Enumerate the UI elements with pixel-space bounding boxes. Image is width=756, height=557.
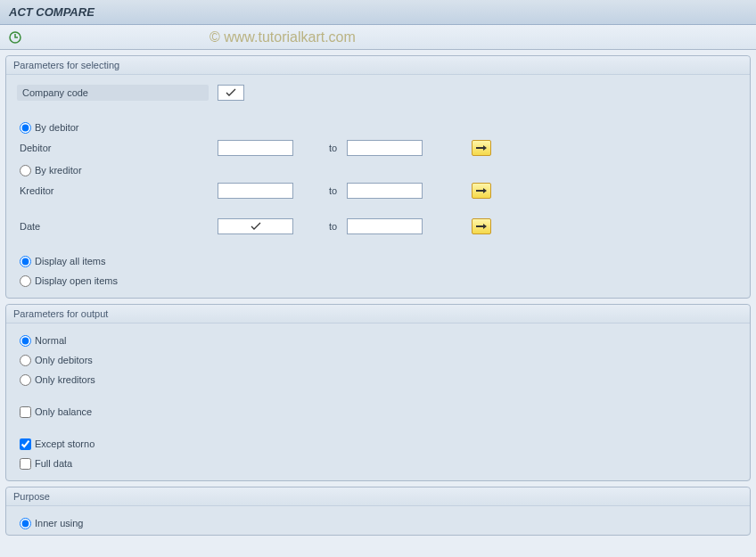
group-output: Parameters for output Normal Only debito… [5,304,751,481]
kreditor-more-button[interactable] [472,183,491,199]
except-storno-label[interactable]: Except storno [35,438,94,449]
normal-label[interactable]: Normal [35,335,66,346]
by-kreditor-radio[interactable] [20,165,31,176]
arrow-right-icon [476,144,487,152]
content-area: Parameters for selecting Company code By… [0,50,756,546]
kreditor-from-input[interactable] [218,183,293,199]
except-storno-checkbox[interactable] [20,438,31,450]
by-kreditor-label[interactable]: By kreditor [35,165,82,176]
only-debitors-label[interactable]: Only debitors [35,355,93,365]
debitor-more-button[interactable] [472,140,491,156]
kreditor-to-label: to [293,185,347,196]
required-check-icon [226,88,236,97]
execute-icon [9,31,21,44]
display-all-label[interactable]: Display all items [35,256,105,266]
company-code-field[interactable] [218,85,244,101]
debitor-to-input[interactable] [347,140,423,156]
group-purpose-title: Purpose [6,487,750,506]
company-code-label: Company code [17,85,209,101]
toolbar: © www.tutorialkart.com [0,25,756,50]
by-debitor-radio[interactable] [20,122,31,134]
group-output-title: Parameters for output [6,305,750,324]
inner-using-radio[interactable] [20,518,31,529]
full-data-checkbox[interactable] [20,458,31,470]
by-debitor-label[interactable]: By debitor [35,122,79,133]
arrow-right-icon [476,187,487,194]
display-all-radio[interactable] [20,256,31,267]
date-to-label: to [293,221,347,232]
date-from-input[interactable] [218,218,293,234]
display-open-label[interactable]: Display open items [35,275,118,286]
execute-button[interactable] [7,29,23,45]
kreditor-label: Kreditor [17,185,218,196]
group-selecting: Parameters for selecting Company code By… [5,55,751,299]
arrow-right-icon [476,223,487,230]
inner-using-label[interactable]: Inner using [35,518,83,528]
date-to-input[interactable] [347,218,423,234]
only-debitors-radio[interactable] [20,355,31,366]
full-data-label[interactable]: Full data [35,458,72,469]
debitor-from-input[interactable] [218,140,293,156]
only-balance-checkbox[interactable] [20,406,31,418]
watermark-text: © www.tutorialkart.com [210,29,356,45]
title-bar: ACT COMPARE [0,0,756,25]
debitor-label: Debitor [17,143,218,153]
group-selecting-title: Parameters for selecting [6,56,750,75]
normal-radio[interactable] [20,335,31,347]
only-kreditors-radio[interactable] [20,374,31,386]
date-label: Date [17,221,218,232]
page-title: ACT COMPARE [9,5,94,19]
only-kreditors-label[interactable]: Only kreditors [35,374,95,385]
debitor-to-label: to [293,143,347,153]
group-purpose: Purpose Inner using [5,487,751,536]
only-balance-label[interactable]: Only balance [35,406,92,417]
kreditor-to-input[interactable] [347,183,423,199]
display-open-radio[interactable] [20,275,31,287]
date-more-button[interactable] [472,218,491,234]
required-check-icon [251,222,261,231]
